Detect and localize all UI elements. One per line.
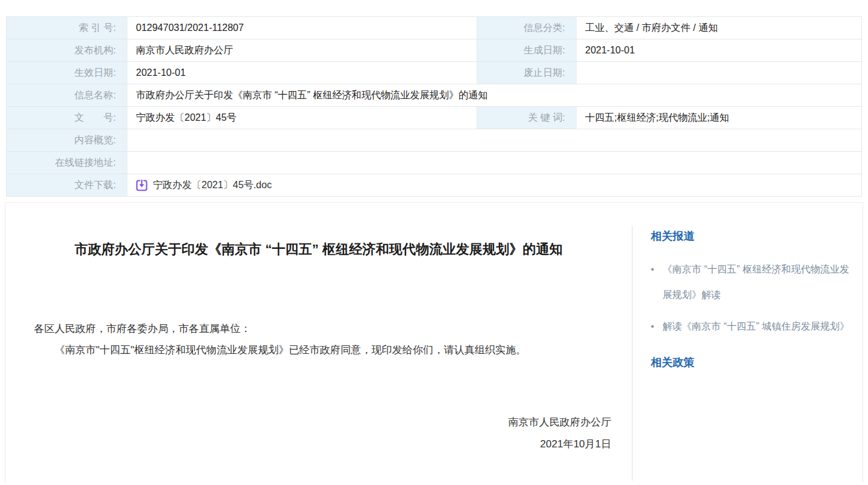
signature-org: 南京市人民政府办公厅 xyxy=(5,412,611,433)
field-value: 宁政办发〔2021〕45号.doc xyxy=(127,174,861,196)
document-main: 市政府办公厅关于印发《南京市 “十四五” 枢纽经济和现代物流业发展规划》的通知 … xyxy=(5,203,632,483)
table-row: 发布机构:南京市人民政府办公厅生成日期:2021-10-01 xyxy=(7,39,861,62)
content-box: 市政府办公厅关于印发《南京市 “十四五” 枢纽经济和现代物流业发展规划》的通知 … xyxy=(5,202,863,483)
field-value: 宁政办发〔2021〕45号 xyxy=(127,107,476,129)
field-label: 文 号: xyxy=(7,107,127,129)
table-row: 内容概览: xyxy=(7,129,861,152)
table-row: 文件下载:宁政办发〔2021〕45号.doc xyxy=(7,174,861,197)
file-download-link[interactable]: 宁政办发〔2021〕45号.doc xyxy=(136,179,272,192)
field-label: 信息分类: xyxy=(476,17,577,39)
field-value: 工业、交通 / 市府办文件 / 通知 xyxy=(577,17,861,39)
field-value: 市政府办公厅关于印发《南京市 “十四五” 枢纽经济和现代物流业发展规划》的通知 xyxy=(127,84,861,106)
list-item[interactable]: •《南京市 “十四五” 枢纽经济和现代物流业发展规划》解读 xyxy=(651,257,850,308)
related-link[interactable]: 解读《南京市 “十四五” 城镇住房发展规划》 xyxy=(663,314,850,339)
field-value xyxy=(577,62,861,84)
table-row: 文 号:宁政办发〔2021〕45号关 键 词:十四五;枢纽经济;现代物流业;通知 xyxy=(7,107,861,129)
field-label: 索 引 号: xyxy=(7,17,127,39)
related-link[interactable]: 《南京市 “十四五” 枢纽经济和现代物流业发展规划》解读 xyxy=(663,257,850,308)
file-name: 宁政办发〔2021〕45号.doc xyxy=(153,179,272,192)
field-value: 十四五;枢纽经济;现代物流业;通知 xyxy=(577,107,861,129)
signature-date: 2021年10月1日 xyxy=(5,433,611,455)
field-value xyxy=(127,129,861,151)
sidebar-inner: 相关报道•《南京市 “十四五” 枢纽经济和现代物流业发展规划》解读•解读《南京市… xyxy=(632,226,863,481)
sidebar-link-list: •《南京市 “十四五” 枢纽经济和现代物流业发展规划》解读•解读《南京市 “十四… xyxy=(651,257,850,339)
field-value xyxy=(127,152,861,174)
list-item[interactable]: •解读《南京市 “十四五” 城镇住房发展规划》 xyxy=(651,314,850,339)
document-salutation: 各区人民政府，市府各委办局，市各直属单位： xyxy=(34,321,608,338)
field-value: 南京市人民政府办公厅 xyxy=(127,39,476,61)
sidebar: 相关报道•《南京市 “十四五” 枢纽经济和现代物流业发展规划》解读•解读《南京市… xyxy=(632,203,863,483)
field-value: 012947031/2021-112807 xyxy=(127,17,476,39)
table-row: 信息名称:市政府办公厅关于印发《南京市 “十四五” 枢纽经济和现代物流业发展规划… xyxy=(7,84,861,107)
page: 索 引 号:012947031/2021-112807信息分类:工业、交通 / … xyxy=(0,0,868,485)
field-label: 信息名称: xyxy=(7,84,127,106)
document-signature: 南京市人民政府办公厅 2021年10月1日 xyxy=(5,412,611,455)
field-label: 生效日期: xyxy=(7,62,127,84)
bullet-icon: • xyxy=(651,314,654,339)
metadata-table: 索 引 号:012947031/2021-112807信息分类:工业、交通 / … xyxy=(6,16,862,197)
field-label: 关 键 词: xyxy=(476,107,577,129)
download-icon xyxy=(136,180,147,191)
field-label: 在线链接地址: xyxy=(7,152,127,174)
bullet-icon: • xyxy=(651,257,654,308)
table-row: 索 引 号:012947031/2021-112807信息分类:工业、交通 / … xyxy=(7,17,861,39)
field-value: 2021-10-01 xyxy=(127,62,476,84)
field-label: 内容概览: xyxy=(7,129,127,151)
field-label: 废止日期: xyxy=(476,62,577,84)
table-row: 在线链接地址: xyxy=(7,152,861,174)
document-body: 《南京市"十四五"枢纽经济和现代物流业发展规划》已经市政府同意，现印发给你们，请… xyxy=(34,342,615,359)
table-row: 生效日期:2021-10-01废止日期: xyxy=(7,62,861,84)
field-label: 文件下载: xyxy=(7,174,127,196)
sidebar-heading: 相关报道 xyxy=(651,229,850,243)
field-label: 发布机构: xyxy=(7,39,127,61)
document-title: 市政府办公厅关于印发《南京市 “十四五” 枢纽经济和现代物流业发展规划》的通知 xyxy=(43,234,594,265)
field-label: 生成日期: xyxy=(476,39,577,61)
sidebar-heading: 相关政策 xyxy=(651,355,850,370)
field-value: 2021-10-01 xyxy=(577,39,861,61)
